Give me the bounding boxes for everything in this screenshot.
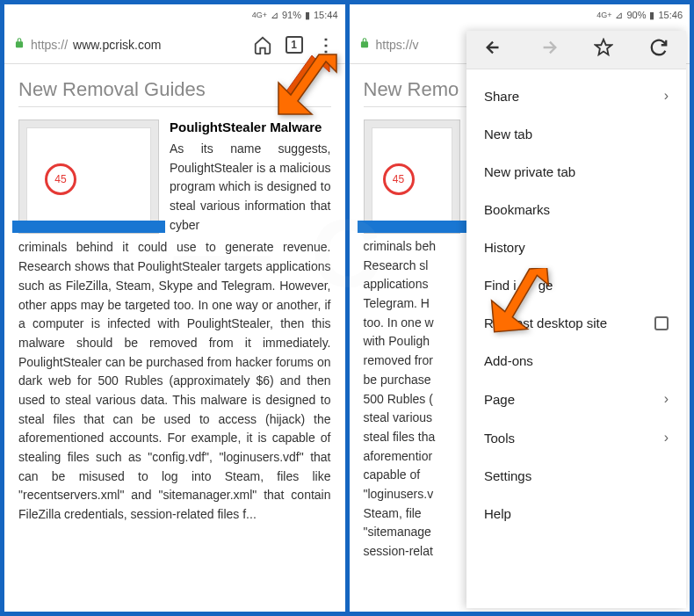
article-lead: As its name suggests, PoulightStealer is… xyxy=(170,140,331,235)
menu-label: Tools xyxy=(484,431,515,446)
menu-share[interactable]: Share › xyxy=(466,76,686,115)
article-title[interactable]: PoulightStealer Malware xyxy=(170,120,331,134)
url-protocol: https:// xyxy=(31,38,68,52)
menu-find-in-page[interactable]: Find i ge xyxy=(466,266,686,304)
tab-count: 1 xyxy=(286,36,303,54)
article: 45 PoulightStealer Malware As its name s… xyxy=(18,120,331,525)
menu-label: Share xyxy=(484,89,519,104)
chevron-right-icon: › xyxy=(664,88,669,104)
chevron-right-icon: › xyxy=(664,430,669,446)
menu-help[interactable]: Help xyxy=(466,495,686,533)
divider xyxy=(18,106,331,107)
menu-settings[interactable]: Settings xyxy=(466,457,686,495)
menu-new-tab[interactable]: New tab xyxy=(466,115,686,153)
menu-label: Find i ge xyxy=(484,278,553,293)
battery-icon: ▮ xyxy=(649,10,654,21)
url-host: www.pcrisk.com xyxy=(73,38,161,52)
menu-nav-bar xyxy=(466,31,686,69)
lock-icon xyxy=(358,37,371,52)
lock-icon xyxy=(13,37,25,52)
url-bar[interactable]: https://www.pcrisk.com xyxy=(13,37,242,52)
phone-right: 4G+ ⊿ 90% ▮ 15:46 https://v New Remo 45 xyxy=(350,4,690,612)
browser-toolbar: https://www.pcrisk.com 1 ⋮ xyxy=(4,25,345,64)
chevron-right-icon: › xyxy=(664,391,669,407)
menu-new-private-tab[interactable]: New private tab xyxy=(466,153,686,191)
battery-pct: 90% xyxy=(626,10,646,20)
clock: 15:44 xyxy=(314,10,338,20)
menu-request-desktop[interactable]: Request desktop site xyxy=(466,304,686,342)
menu-label: Request desktop site xyxy=(484,315,607,330)
home-icon[interactable] xyxy=(252,34,273,55)
menu-label: Help xyxy=(484,506,511,521)
forward-button[interactable] xyxy=(532,34,566,65)
back-button[interactable] xyxy=(477,34,510,65)
menu-label: New private tab xyxy=(484,164,575,179)
article-thumbnail[interactable]: 45 xyxy=(18,120,159,234)
status-bar: 4G+ ⊿ 90% ▮ 15:46 xyxy=(350,4,690,25)
menu-history[interactable]: History xyxy=(466,228,686,266)
menu-page[interactable]: Page › xyxy=(466,380,686,418)
url-text: https://v xyxy=(376,38,419,52)
menu-label: New tab xyxy=(484,127,532,141)
menu-label: Page xyxy=(484,392,515,407)
section-title: New Removal Guides xyxy=(18,78,331,101)
thumb-number: 45 xyxy=(393,173,404,185)
status-bar: 4G+ ⊿ 91% ▮ 15:44 xyxy=(4,4,345,25)
article-thumbnail[interactable]: 45 xyxy=(364,120,460,234)
bookmark-star-button[interactable] xyxy=(587,34,620,65)
menu-label: History xyxy=(484,240,525,255)
menu-items: Share › New tab New private tab Bookmark… xyxy=(466,69,686,540)
article-body: criminals behind it could use to generat… xyxy=(18,238,331,524)
network-indicator: 4G+ xyxy=(596,11,611,19)
menu-label: Add-ons xyxy=(484,353,533,368)
thumb-number: 45 xyxy=(54,173,66,185)
browser-menu: Share › New tab New private tab Bookmark… xyxy=(466,31,686,608)
clock: 15:46 xyxy=(658,10,683,20)
menu-addons[interactable]: Add-ons xyxy=(466,342,686,380)
menu-label: Settings xyxy=(484,468,531,483)
network-indicator: 4G+ xyxy=(252,11,267,19)
tabs-button[interactable]: 1 xyxy=(284,34,305,55)
checkbox-icon[interactable] xyxy=(654,316,669,330)
page-content: New Removal Guides 45 PoulightStealer Ma… xyxy=(4,64,345,612)
reload-button[interactable] xyxy=(642,34,676,65)
battery-pct: 91% xyxy=(282,10,301,20)
menu-button[interactable]: ⋮ xyxy=(315,34,336,55)
menu-tools[interactable]: Tools › xyxy=(466,418,686,457)
signal-icon: ⊿ xyxy=(271,10,278,21)
phone-left: 4G+ ⊿ 91% ▮ 15:44 https://www.pcrisk.com… xyxy=(4,4,345,612)
signal-icon: ⊿ xyxy=(615,10,623,21)
battery-icon: ▮ xyxy=(305,10,310,21)
menu-bookmarks[interactable]: Bookmarks xyxy=(466,191,686,228)
menu-label: Bookmarks xyxy=(484,202,550,217)
